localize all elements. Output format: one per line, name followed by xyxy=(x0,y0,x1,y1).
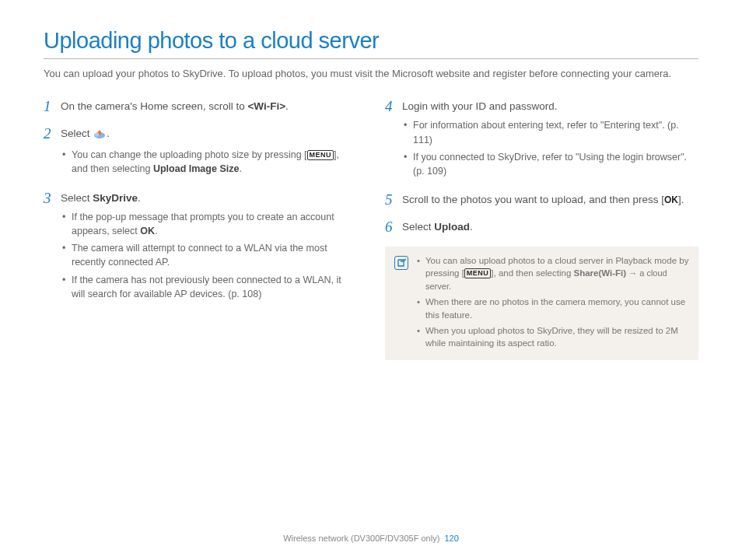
sub-list: If the pop-up message that prompts you t… xyxy=(61,210,357,301)
list-item: If the pop-up message that prompts you t… xyxy=(61,210,357,238)
list-item: If you connected to SkyDrive, refer to "… xyxy=(402,150,698,178)
step-body: On the camera's Home screen, scroll to <… xyxy=(61,99,357,115)
step-5: 5 Scroll to the photos you want to uploa… xyxy=(385,192,698,208)
note-list: You can also upload photos to a cloud se… xyxy=(416,254,689,352)
share-wifi-label: Share(Wi-Fi) xyxy=(574,268,627,278)
ok-button-label: OK xyxy=(664,194,678,207)
left-column: 1 On the camera's Home screen, scroll to… xyxy=(44,99,357,360)
sub-list: For information about entering text, ref… xyxy=(402,118,698,178)
step-body: Select Upload. xyxy=(402,219,698,236)
note-box: You can also upload photos to a cloud se… xyxy=(385,247,698,360)
step-1: 1 On the camera's Home screen, scroll to… xyxy=(44,99,357,115)
step-text: Select xyxy=(402,221,434,233)
cloud-upload-icon xyxy=(93,128,107,144)
note-icon xyxy=(394,256,408,270)
step-text: . xyxy=(138,192,141,204)
menu-button-label: MENU xyxy=(307,150,334,160)
step-text: On the camera's Home screen, scroll to xyxy=(61,100,247,112)
list-item: When you upload photos to SkyDrive, they… xyxy=(416,324,689,350)
footer-section: Wireless network (DV300F/DV305F only) xyxy=(283,534,439,543)
step-number: 5 xyxy=(385,192,402,208)
step-4: 4 Login with your ID and password. For i… xyxy=(385,99,698,181)
upload-label: Upload xyxy=(434,221,470,233)
content-columns: 1 On the camera's Home screen, scroll to… xyxy=(44,99,698,360)
step-body: Select . You can change the uploading ph… xyxy=(61,126,357,180)
step-number: 4 xyxy=(385,99,402,181)
step-body: Select SkyDrive. If the pop-up message t… xyxy=(61,191,357,304)
page-number: 120 xyxy=(444,534,458,543)
page-footer: Wireless network (DV300F/DV305F only) 12… xyxy=(0,534,742,543)
sub-text: You can change the uploading photo size … xyxy=(72,149,307,160)
step-text: Select xyxy=(61,192,93,204)
list-item: You can also upload photos to a cloud se… xyxy=(416,254,689,294)
note-text: ], and then selecting xyxy=(491,268,573,278)
list-item: If the camera has not previously been co… xyxy=(61,273,357,301)
step-text: Login with your ID and password. xyxy=(402,100,558,112)
step-text: Select xyxy=(61,128,93,139)
sub-list: You can change the uploading photo size … xyxy=(61,148,357,176)
skydrive-label: SkyDrive xyxy=(93,192,138,204)
step-body: Scroll to the photos you want to upload,… xyxy=(402,192,698,208)
sub-text: . xyxy=(155,226,157,236)
list-item: The camera will attempt to connect to a … xyxy=(61,241,357,269)
step-text: ]. xyxy=(678,194,684,205)
step-number: 3 xyxy=(44,191,61,304)
ok-label: OK xyxy=(140,226,155,236)
step-text: . xyxy=(285,100,289,112)
step-text: . xyxy=(107,128,110,139)
step-number: 6 xyxy=(385,219,402,236)
title-rule xyxy=(44,58,698,59)
sub-text: . xyxy=(239,163,241,174)
right-column: 4 Login with your ID and password. For i… xyxy=(385,99,698,360)
step-3: 3 Select SkyDrive. If the pop-up message… xyxy=(44,191,357,304)
list-item: You can change the uploading photo size … xyxy=(61,148,357,176)
step-text: . xyxy=(470,221,473,233)
menu-button-label: MENU xyxy=(464,268,492,278)
intro-text: You can upload your photos to SkyDrive. … xyxy=(44,67,698,82)
list-item: For information about entering text, ref… xyxy=(402,118,698,146)
step-6: 6 Select Upload. xyxy=(385,219,698,236)
sub-text: If the pop-up message that prompts you t… xyxy=(72,212,334,236)
upload-image-size-label: Upload Image Size xyxy=(153,163,239,174)
step-number: 1 xyxy=(44,99,61,115)
step-number: 2 xyxy=(44,126,61,180)
step-body: Login with your ID and password. For inf… xyxy=(402,99,698,181)
wifi-label: <Wi-Fi> xyxy=(247,100,285,112)
page-title: Uploading photos to a cloud server xyxy=(44,28,698,54)
step-text: Scroll to the photos you want to upload,… xyxy=(402,194,664,205)
step-2: 2 Select . You can change the uploading … xyxy=(44,126,357,180)
list-item: When there are no photos in the camera m… xyxy=(416,296,689,321)
